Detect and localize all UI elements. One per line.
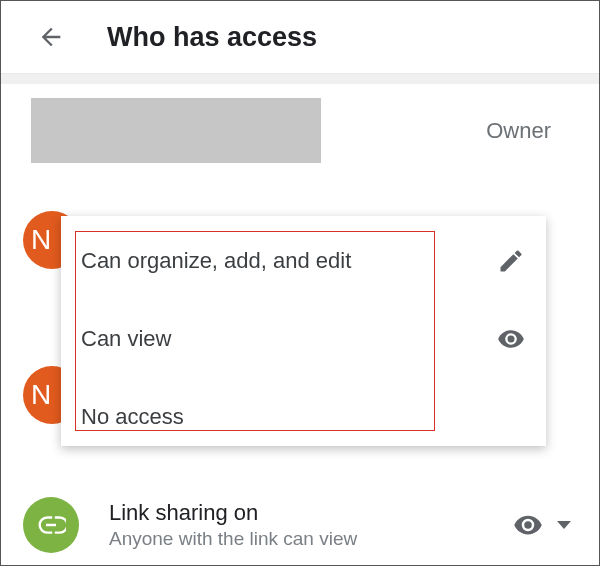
permission-option-view[interactable]: Can view [81,324,526,354]
permission-option-label: Can organize, add, and edit [81,248,351,274]
permission-menu: Can organize, add, and edit Can view No … [61,216,546,446]
header: Who has access [1,1,599,73]
permission-option-organize[interactable]: Can organize, add, and edit [81,246,526,276]
chevron-down-icon[interactable] [557,521,571,529]
link-sharing-text: Link sharing on Anyone with the link can… [109,500,513,550]
spacer [1,74,599,84]
page-title: Who has access [107,22,317,53]
permission-option-label: No access [81,404,184,430]
owner-row: Owner [1,84,599,177]
edit-icon [496,246,526,276]
eye-icon [496,324,526,354]
eye-icon [513,510,543,540]
no-icon [496,402,526,432]
back-arrow-icon[interactable] [37,23,65,51]
link-icon [23,497,79,553]
permission-option-label: Can view [81,326,171,352]
link-sharing-title: Link sharing on [109,500,513,526]
link-sharing-subtitle: Anyone with the link can view [109,528,513,550]
link-sharing-row[interactable]: Link sharing on Anyone with the link can… [1,497,599,553]
permission-option-no-access[interactable]: No access [81,402,526,432]
owner-label: Owner [486,118,551,144]
owner-info-redacted [31,98,321,163]
